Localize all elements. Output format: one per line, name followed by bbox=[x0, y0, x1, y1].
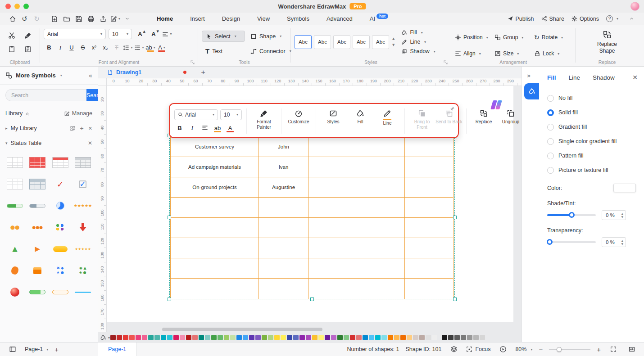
color-swatch[interactable] bbox=[136, 335, 141, 340]
color-swatch[interactable] bbox=[192, 335, 198, 340]
color-swatch[interactable] bbox=[205, 335, 210, 340]
shade-decrement-arrow[interactable]: ▼ bbox=[621, 215, 623, 218]
color-swatch[interactable] bbox=[325, 335, 330, 340]
document-tab-drawing1[interactable]: Drawing1 bbox=[98, 67, 191, 78]
symbol-checkmark-red[interactable]: ✓ bbox=[49, 173, 72, 195]
fit-to-window-button[interactable] bbox=[626, 344, 638, 354]
align-dropdown[interactable]: Align▾ bbox=[455, 48, 494, 59]
color-swatch[interactable] bbox=[173, 335, 179, 340]
add-page-button[interactable]: + bbox=[54, 346, 59, 353]
floating-ungroup-button[interactable]: Ungroup bbox=[497, 107, 522, 135]
open-file-button[interactable] bbox=[60, 14, 73, 24]
shadow-dropdown[interactable]: Shadow▾ bbox=[401, 48, 435, 55]
tab-ai[interactable]: AIhot bbox=[370, 14, 388, 24]
color-swatch[interactable] bbox=[407, 335, 412, 340]
option-no-fill[interactable]: No fill bbox=[547, 91, 636, 105]
import-symbols-icon[interactable] bbox=[70, 126, 76, 131]
compose-button[interactable]: ▾ bbox=[109, 14, 121, 24]
symbol-table-blue-gray[interactable] bbox=[26, 173, 49, 195]
floating-bold-button[interactable]: B bbox=[174, 123, 185, 133]
color-swatch[interactable] bbox=[154, 335, 160, 340]
option-picture-texture-fill[interactable]: Picture or texture fill bbox=[547, 163, 636, 177]
share-button[interactable]: Share bbox=[541, 16, 564, 22]
collapse-all-libraries-icon[interactable] bbox=[25, 111, 30, 116]
color-swatch[interactable] bbox=[432, 335, 437, 340]
color-swatch[interactable] bbox=[419, 335, 425, 340]
color-swatch[interactable] bbox=[180, 335, 185, 340]
color-swatch[interactable] bbox=[388, 335, 393, 340]
zoom-out-button[interactable]: − bbox=[539, 346, 543, 353]
bullet-list-dropdown[interactable]: ▾ bbox=[134, 42, 145, 53]
connector-tool-button[interactable]: Connector▾ bbox=[247, 45, 294, 57]
new-drawing-button[interactable]: + bbox=[198, 68, 208, 77]
symbol-marks-green[interactable]: ◉ ▲ ◈ ● bbox=[72, 260, 94, 281]
line-dropdown[interactable]: Line▾ bbox=[401, 38, 435, 46]
color-swatch[interactable] bbox=[249, 335, 254, 340]
copy-button[interactable] bbox=[22, 43, 34, 55]
tab-view[interactable]: View bbox=[257, 14, 270, 24]
symbol-table-white[interactable] bbox=[4, 152, 26, 173]
floating-size-select[interactable]: 10▾ bbox=[220, 109, 242, 120]
option-solid-fill[interactable]: Solid fill bbox=[547, 105, 636, 120]
save-button[interactable] bbox=[73, 14, 85, 24]
cut-button[interactable] bbox=[6, 30, 18, 41]
close-window-button[interactable] bbox=[5, 4, 11, 9]
close-my-library-button[interactable]: ✕ bbox=[88, 126, 92, 131]
publish-button[interactable]: Publish bbox=[508, 16, 534, 22]
color-swatch[interactable] bbox=[161, 335, 166, 340]
symbol-checkbox-checked[interactable]: ✓ bbox=[72, 173, 94, 195]
add-library-button[interactable]: + bbox=[80, 125, 84, 132]
size-dropdown[interactable]: Size▾ bbox=[494, 48, 534, 59]
color-swatch[interactable] bbox=[274, 335, 280, 340]
symbol-triangle-green[interactable]: ▲ bbox=[4, 238, 26, 260]
style-preview-2[interactable]: Abc bbox=[314, 35, 331, 49]
quick-access-chevron[interactable] bbox=[121, 14, 133, 24]
style-preview-5[interactable]: Abc bbox=[372, 35, 389, 49]
color-swatch[interactable] bbox=[129, 335, 135, 340]
style-preview-3[interactable]: Abc bbox=[333, 35, 350, 49]
color-swatch[interactable] bbox=[381, 335, 387, 340]
shade-increment-arrow[interactable]: ▲ bbox=[621, 212, 623, 215]
symbol-stars-orange-small[interactable]: ★★★★★ bbox=[72, 238, 94, 260]
toggle-sidebar-button[interactable] bbox=[6, 344, 18, 354]
underline-button[interactable]: U bbox=[66, 42, 77, 53]
subscript-button[interactable]: x₂ bbox=[100, 42, 111, 53]
color-swatch[interactable] bbox=[426, 335, 431, 340]
selection-handle-se[interactable] bbox=[453, 297, 457, 301]
selection-handle-w[interactable] bbox=[168, 216, 171, 219]
search-input[interactable] bbox=[5, 89, 86, 101]
style-preview-4[interactable]: Abc bbox=[353, 35, 370, 49]
symbol-pill-yellow[interactable] bbox=[49, 238, 72, 260]
presentation-play-button[interactable] bbox=[497, 344, 509, 354]
color-swatch[interactable] bbox=[331, 335, 336, 340]
color-swatch[interactable] bbox=[375, 335, 381, 340]
minimize-window-button[interactable] bbox=[14, 4, 20, 9]
color-swatch[interactable] bbox=[243, 335, 248, 340]
fullscreen-button[interactable] bbox=[607, 344, 619, 354]
strikethrough-button[interactable]: S bbox=[77, 42, 88, 53]
clear-format-button[interactable]: T bbox=[111, 42, 122, 53]
shape-tool-button[interactable]: Shape▾ bbox=[247, 31, 294, 42]
shade-tint-value[interactable]: 0 % ▲▼ bbox=[602, 210, 626, 220]
color-swatch[interactable] bbox=[473, 335, 479, 340]
text-tool-button[interactable]: TText bbox=[202, 45, 245, 57]
floating-line-button[interactable]: Line bbox=[374, 107, 401, 135]
close-panel-button[interactable]: ✕ bbox=[632, 74, 638, 81]
fill-dropdown[interactable]: Fill▾ bbox=[401, 29, 435, 36]
lock-dropdown[interactable]: Lock▾ bbox=[534, 48, 574, 59]
bold-button[interactable]: B bbox=[44, 42, 54, 53]
zoom-in-button[interactable]: + bbox=[597, 346, 601, 353]
color-swatch[interactable] bbox=[287, 335, 292, 340]
tab-symbols[interactable]: Symbols bbox=[287, 14, 309, 24]
color-swatch[interactable] bbox=[110, 335, 116, 340]
horizontal-scrollbar[interactable] bbox=[162, 328, 322, 331]
shade-tint-slider[interactable] bbox=[547, 214, 596, 216]
floating-replace-button[interactable]: Replace bbox=[470, 107, 497, 135]
group-dropdown[interactable]: Group▾ bbox=[494, 32, 534, 43]
theme-color-button[interactable]: ▾ bbox=[100, 334, 110, 341]
symbol-dots-orange-trio[interactable]: ●●● bbox=[26, 216, 49, 238]
color-swatch[interactable] bbox=[236, 335, 242, 340]
redo-button[interactable]: ↻ bbox=[31, 14, 43, 24]
select-tool-button[interactable]: Select▾ bbox=[202, 31, 245, 42]
color-swatch[interactable] bbox=[454, 335, 460, 340]
